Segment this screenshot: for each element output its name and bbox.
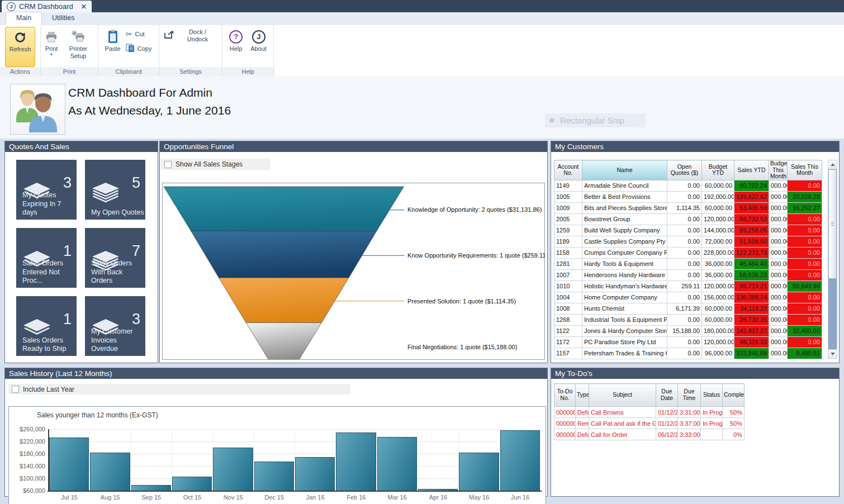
x-axis-tick-label: Jan 16 [295,494,336,501]
quotes-panel-title: Quotes And Sales [5,141,158,152]
cell-sales-ytd: 86,116.33 [734,336,769,348]
customer-row[interactable]: 1149Armadale Shire Council0.0060,000.009… [554,180,822,191]
bar-feb-16 [336,432,376,491]
customers-col-header[interactable]: Sales YTD [734,160,769,180]
gridline-horizontal [49,441,540,442]
dock-undock-button[interactable]: Dock / Undock [162,29,220,42]
dropdown-caret-icon[interactable] [50,54,53,58]
y-axis-tick-label: $60,000 [12,487,45,494]
page-subtitle: As At Wednesday, 1 June 2016 [68,104,231,117]
tile-label: My Quotes Expiring In 7 days [22,191,75,217]
customers-scrollbar[interactable] [828,160,837,359]
cell-account: 1172 [554,336,582,348]
about-button[interactable]: J About [249,27,268,67]
customer-row[interactable]: 1005Better & Best Provisions0.00192,000.… [554,191,822,202]
customer-row[interactable]: 1157Petersham Trades & Training C0.0096,… [554,348,822,359]
cell-subject: Call Pat and ask if the Goo [589,418,656,429]
cell-budget-ytd: 120,000.00 [702,336,734,348]
show-all-stages-checkbox[interactable] [164,161,172,168]
cell-budget-month: 000.00 [769,336,788,348]
todos-col-header[interactable]: Complete [723,384,745,407]
kpi-tile-5[interactable]: 3My Customer Invoices Overdue [85,296,145,356]
include-last-year-label: Include Last Year [23,386,74,393]
sales-bar-chart: Sales younger than 12 months (Ex-GST) $6… [8,406,546,504]
customers-col-header[interactable]: Open Quotes ($) [667,160,702,180]
cell-account: 1009 [554,202,582,213]
customer-row[interactable]: 1122Jones & Hardy Computer Store15,188.0… [554,325,822,336]
group-label-actions: Actions [0,67,40,77]
include-last-year-checkbox[interactable] [12,386,19,393]
tile-count: 5 [132,174,140,192]
customer-row[interactable]: 1008Hunts Chemist6,171.3960,000.0034,119… [554,303,822,314]
customers-col-header[interactable]: Account No. [554,160,582,180]
customers-col-header[interactable]: Name [582,160,667,180]
customer-row[interactable]: 1281Hardy Tools & Equipment0.0036,000.00… [554,258,822,269]
refresh-button[interactable]: Refresh [5,27,35,67]
cell-budget-month: 000.00 [769,348,788,359]
scroll-down-icon[interactable] [828,349,837,358]
customer-row[interactable]: 1004Home Computer Company0.00156,000.001… [554,292,822,303]
kpi-tile-0[interactable]: 3My Quotes Expiring In 7 days [16,160,77,220]
tab-close-icon[interactable]: ✕ [81,3,87,11]
todos-col-header[interactable]: Subject [589,384,656,407]
todos-col-header[interactable]: Status [701,384,723,407]
ribbon-tab-utilities[interactable]: Utilities [42,12,84,25]
customer-row[interactable]: 1172PC Paradise Store Pty Ltd0.00120,000… [554,336,822,348]
customers-col-header[interactable]: Budget YTD [702,160,734,180]
kpi-tile-3[interactable]: 7Sales Orders With Back Orders [85,228,145,288]
cell-account: 1010 [554,280,582,292]
customer-row[interactable]: 1259Build Well Supply Company0.00144,000… [554,225,822,236]
x-axis-line [48,491,542,492]
customer-row[interactable]: 2005Bowstreet Group0.00120,000.0066,732.… [554,213,822,225]
cell-status: In Progr [701,418,723,429]
todos-col-header[interactable]: To-Do No. [554,384,576,407]
todos-col-header[interactable]: Due Time [678,384,701,407]
cell-sales-month: 9,480.51 [788,348,822,359]
scrollbar-track[interactable] [828,279,837,349]
copy-button[interactable]: Copy [124,42,154,55]
stack-multi-icon [91,182,120,206]
customer-row[interactable]: 1007Hendersons Handy Hardware S0.0036,00… [554,269,822,280]
cell-open-quotes: 0.00 [667,258,702,269]
funnel-stage-label-1: Know Opportunity Requirements: 1 quote (… [407,252,545,259]
help-button[interactable]: ? Help [227,27,244,67]
cell-type: Defa [576,429,589,440]
todo-row[interactable]: 000000RemCall Pat and ask if the Goo01/1… [554,418,745,429]
print-button[interactable]: Print [43,27,60,67]
tile-label: Sales Orders With Back Orders [91,259,144,285]
document-tab[interactable]: J CRM Dashboard ✕ [2,1,92,12]
cell-budget-ytd: 96,000.00 [702,348,734,359]
customer-row[interactable]: 1009Bits and Pieces Supplies Store1,114.… [554,202,822,213]
cell-open-quotes: 0.00 [667,348,702,359]
kpi-tile-1[interactable]: 5My Open Quotes [85,160,145,220]
cell-sales-ytd: 66,732.53 [734,213,769,225]
customers-col-header[interactable]: Budget This Month [769,160,788,180]
customer-row[interactable]: 1158Crumps Computer Company Pty0.00228,0… [554,247,822,258]
customers-col-header[interactable]: Sales This Month [788,160,822,180]
todo-row[interactable]: 000000DefaCall Browns01/12/23:31:00In Pr… [554,407,745,418]
ribbon-tab-main[interactable]: Main [6,12,42,25]
paste-label: Paste [105,45,121,53]
todos-col-header[interactable]: Type [576,384,589,407]
printer-setup-button[interactable]: Printer Setup [61,27,96,67]
refresh-label: Refresh [10,46,31,53]
kpi-tile-4[interactable]: 1Sales Orders Ready to Ship [16,296,77,356]
customer-row[interactable]: 1189Castle Supplies Company Pty Lt0.0072… [554,236,822,247]
tile-count: 1 [63,243,72,260]
cell-sales-ytd: 90,722.24 [734,180,769,191]
todo-row[interactable]: 000000DefaCall for Order06/12/23:33:000% [554,429,745,440]
cut-button[interactable]: ✂ Cut [124,28,154,41]
cell-sales-month: 0.00 [788,314,822,325]
cell-account: 2005 [554,213,582,225]
customer-row[interactable]: 1010Holistic Handyman's Hardware259.1112… [554,280,822,292]
todos-col-header[interactable]: Due Date [656,384,678,407]
customer-row[interactable]: 1268Industrial Tools & Equipment Pty0.00… [554,314,822,325]
kpi-tile-2[interactable]: 1Sales Orders Entered Not Proc... [16,228,77,288]
paste-button[interactable]: Paste [103,27,122,67]
scrollbar-thumb[interactable] [828,169,837,279]
scroll-up-icon[interactable] [828,160,837,169]
quotes-and-sales-panel: Quotes And Sales 3My Quotes Expiring In … [4,141,158,363]
cell-subject: Call for Order [589,429,656,440]
cell-sales-month: 0.00 [788,247,822,258]
app-logo-icon: J [7,2,16,11]
